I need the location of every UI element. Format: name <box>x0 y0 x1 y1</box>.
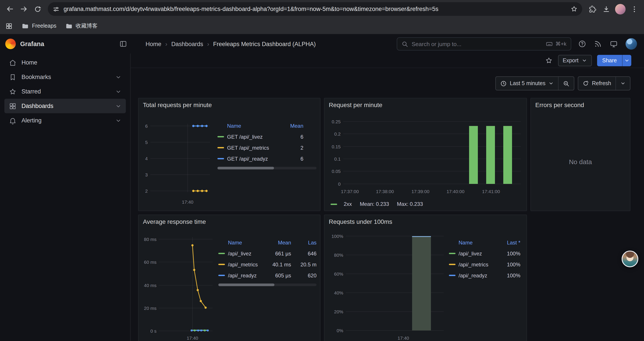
svg-text:0.25: 0.25 <box>332 119 341 124</box>
export-label: Export <box>563 58 578 64</box>
legend-row[interactable]: GET /api/_readyz 6 <box>218 153 316 164</box>
monitor-icon[interactable] <box>610 40 618 48</box>
apps-grid-icon[interactable] <box>5 22 13 30</box>
export-button[interactable]: Export <box>558 55 592 66</box>
bookmark-star-icon[interactable] <box>568 3 580 15</box>
svg-text:0%: 0% <box>337 328 343 333</box>
legend-row[interactable]: /api/_metrics 40.1 ms 20.5 m <box>218 259 316 270</box>
time-range-label: Last 5 minutes <box>510 80 546 87</box>
chevron-down-icon <box>624 58 630 63</box>
legend-scrollbar[interactable] <box>218 167 316 169</box>
legend-row[interactable]: /api/_livez 100% <box>449 248 522 259</box>
svg-text:60%: 60% <box>334 271 343 276</box>
legend-header-name[interactable]: Name <box>218 240 265 246</box>
breadcrumb-current: Freeleaps Metrics Dashboard (ALPHA) <box>213 41 316 47</box>
breadcrumb-dashboards[interactable]: Dashboards <box>171 41 203 47</box>
series-last: 100% <box>495 272 522 278</box>
puzzle-icon <box>588 5 596 13</box>
panel-title[interactable]: Average response time <box>138 215 320 228</box>
search-shortcut: ⌘+k <box>546 40 566 47</box>
series-color-dash <box>218 275 225 276</box>
series-mean: 605 µs <box>265 272 291 278</box>
sidebar-item-alerting[interactable]: Alerting <box>4 113 126 128</box>
star-icon <box>9 88 17 96</box>
panel-body: 100% 80% 60% 40% 20% 0% 17:40 Name Last … <box>324 228 526 341</box>
news-rss-icon[interactable] <box>594 40 602 48</box>
zoom-out-icon <box>563 80 570 87</box>
legend-scrollbar[interactable] <box>218 283 316 286</box>
back-button[interactable] <box>3 3 16 16</box>
panel-title[interactable]: Requests under 100ms <box>324 215 526 228</box>
search-input[interactable]: Search or jump to... ⌘+k <box>397 37 571 51</box>
legend-row[interactable]: /api/_readyz 100% <box>449 270 522 281</box>
svg-text:0 s: 0 s <box>150 328 156 333</box>
series-color-dash <box>218 253 225 254</box>
url-bar[interactable]: grafana.mathmast.com/d/deytv4rwavabkb/fr… <box>48 2 582 16</box>
legend-row[interactable]: GET /api/_livez 6 <box>218 131 316 142</box>
site-settings-icon[interactable] <box>50 3 62 15</box>
series-last: 100% <box>495 261 522 267</box>
share-menu-caret[interactable] <box>622 55 631 66</box>
browser-menu-icon[interactable] <box>628 3 641 16</box>
chevron-down-icon <box>548 81 554 86</box>
sidebar-item-home[interactable]: Home <box>4 55 126 70</box>
time-range-picker[interactable]: Last 5 minutes <box>496 77 558 90</box>
profile-avatar[interactable] <box>614 3 627 16</box>
panel-title[interactable]: Errors per second <box>531 98 630 112</box>
legend-header-name[interactable]: Name <box>218 123 282 129</box>
dock-menu-icon[interactable] <box>119 40 127 48</box>
breadcrumb-home[interactable]: Home <box>146 41 161 47</box>
bookmark-folder-favorites[interactable]: 收藏博客 <box>65 22 98 30</box>
series-color-dash <box>449 275 456 276</box>
scrollbar-thumb[interactable] <box>218 167 274 169</box>
legend-header-mean[interactable]: Mean <box>282 123 303 129</box>
chevron-down-icon[interactable] <box>115 117 122 124</box>
x-axis-label: 17:40 <box>187 335 198 340</box>
forward-button[interactable] <box>17 3 30 16</box>
legend-header-mean[interactable]: Mean <box>265 240 291 246</box>
extensions-icon[interactable] <box>586 3 599 16</box>
scrollbar-thumb[interactable] <box>218 283 274 286</box>
x-axis-labels: 17:37:00 17:38:00 17:39:00 17:40:00 17:4… <box>341 189 500 194</box>
legend-row[interactable]: /api/_livez 661 µs 646 <box>218 248 316 259</box>
chevron-down-icon[interactable] <box>115 103 122 109</box>
chevron-down-icon[interactable] <box>115 88 122 95</box>
legend-row[interactable]: /api/_readyz 605 µs 620 <box>218 270 316 281</box>
x-axis-label: 17:40 <box>398 335 409 340</box>
chevron-down-icon[interactable] <box>115 74 122 80</box>
legend-header-name[interactable]: Name <box>449 240 495 246</box>
refresh-button[interactable]: Refresh <box>578 77 616 90</box>
folder-icon <box>22 22 29 30</box>
refresh-interval-caret[interactable] <box>616 77 630 90</box>
series-mean: 2 <box>282 145 303 151</box>
sidebar-item-starred[interactable]: Starred <box>4 84 126 99</box>
series-color-dash <box>218 136 224 137</box>
series-mean: 6 <box>282 156 303 162</box>
help-icon[interactable] <box>578 40 586 48</box>
browser-toolbar: grafana.mathmast.com/d/deytv4rwavabkb/fr… <box>0 0 644 18</box>
svg-text:3: 3 <box>145 172 148 177</box>
downloads-icon[interactable] <box>600 3 613 16</box>
bookmark-folder-freeleaps[interactable]: Freeleaps <box>22 22 56 30</box>
legend-header-last[interactable]: Last * <box>495 240 522 246</box>
user-avatar[interactable] <box>626 38 637 50</box>
legend-row[interactable]: /api/_metrics 100% <box>449 259 522 270</box>
sliders-icon <box>52 6 60 13</box>
legend-header-last[interactable]: Las <box>291 240 316 246</box>
favorite-star-icon[interactable] <box>545 57 552 65</box>
sidebar-item-dashboards[interactable]: Dashboards <box>4 99 126 113</box>
svg-text:17:39:00: 17:39:00 <box>412 189 430 194</box>
grafana-logo[interactable] <box>5 39 16 49</box>
chart-legend[interactable]: 2xx Mean: 0.233 Max: 0.233 <box>324 201 526 207</box>
share-button[interactable]: Share <box>597 55 622 66</box>
panel-title[interactable]: Total requests per minute <box>138 98 320 112</box>
grafana-header: Grafana Home Dashboards Freeleaps Metric… <box>0 34 644 54</box>
legend-row[interactable]: GET /api/_metrics 2 <box>218 142 316 153</box>
legend-header: Name Last * <box>449 237 522 248</box>
zoom-out-button[interactable] <box>558 77 574 90</box>
reload-button[interactable] <box>31 3 44 16</box>
series-name: /api/_livez <box>228 250 265 256</box>
assistant-avatar[interactable] <box>622 251 638 267</box>
panel-title[interactable]: Request per minute <box>324 98 526 112</box>
sidebar-item-bookmarks[interactable]: Bookmarks <box>4 70 126 84</box>
